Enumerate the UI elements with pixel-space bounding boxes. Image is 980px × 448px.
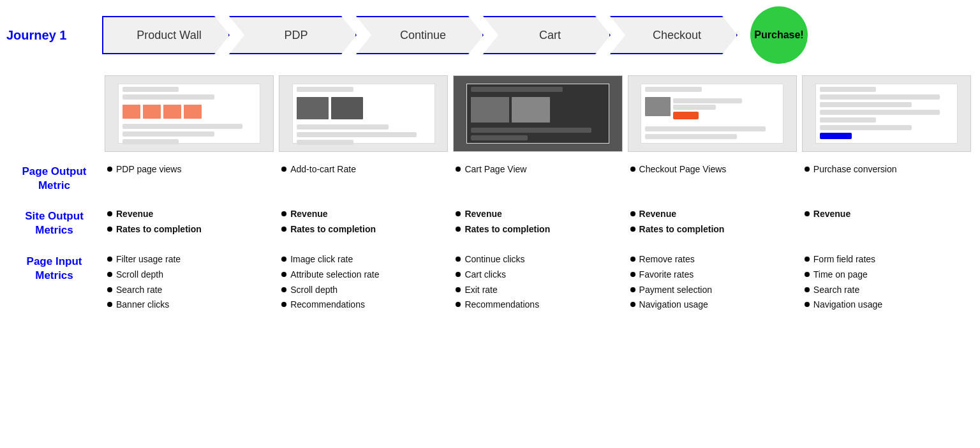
metric-revenue-3: Revenue — [630, 208, 794, 221]
page-output-section: Page Output Metric PDP page views Add-to… — [6, 163, 974, 193]
metric-purchase-conversion: Purchase conversion — [805, 163, 969, 176]
metric-navigation-usage-3: Navigation usage — [630, 299, 794, 311]
page-input-label: Page Input Metrics — [6, 253, 102, 283]
metric-filter-usage: Filter usage rate — [107, 253, 271, 266]
page-output-col-3: Checkout Page Views — [625, 163, 799, 179]
bullet-icon — [630, 272, 635, 277]
metric-revenue-2: Revenue — [456, 208, 620, 221]
site-output-section: Site Output Metrics Revenue Rates to com… — [6, 208, 974, 238]
bullet-icon — [456, 302, 461, 307]
bullet-icon — [456, 211, 461, 216]
bullet-icon — [107, 167, 112, 172]
funnel-step-checkout: Checkout — [610, 16, 738, 54]
site-output-col-1: Revenue Rates to completion — [276, 208, 450, 238]
bullet-icon — [805, 167, 810, 172]
metric-form-field-rates: Form field rates — [805, 253, 969, 266]
bullet-icon — [805, 272, 810, 277]
bullet-icon — [281, 167, 286, 172]
journey-label: Journey 1 — [6, 28, 102, 43]
metric-search-rate-0: Search rate — [107, 284, 271, 297]
screenshots-row — [6, 75, 974, 152]
metric-revenue-1: Revenue — [281, 208, 445, 221]
bullet-icon — [281, 272, 286, 277]
metric-rates-completion-3: Rates to completion — [630, 223, 794, 236]
metric-image-click: Image click rate — [281, 253, 445, 266]
page-input-section: Page Input Metrics Filter usage rate Scr… — [6, 253, 974, 313]
metric-pdp-page-views: PDP page views — [107, 163, 271, 176]
screenshot-continue — [453, 75, 622, 152]
metric-add-to-cart: Add-to-cart Rate — [281, 163, 445, 176]
bullet-icon — [107, 257, 112, 262]
bullet-icon — [281, 302, 286, 307]
bullet-icon — [805, 257, 810, 262]
metric-time-on-page: Time on page — [805, 269, 969, 281]
funnel-step-continue: Continue — [356, 16, 484, 54]
metric-navigation-usage-4: Navigation usage — [805, 299, 969, 311]
metric-payment-selection: Payment selection — [630, 284, 794, 297]
bullet-icon — [281, 257, 286, 262]
metric-checkout-page-views: Checkout Page Views — [630, 163, 794, 176]
bullet-icon — [630, 302, 635, 307]
bullet-icon — [630, 227, 635, 232]
bullet-icon — [107, 287, 112, 292]
metric-continue-clicks: Continue clicks — [456, 253, 620, 266]
bullet-icon — [456, 257, 461, 262]
metric-revenue-4: Revenue — [805, 208, 969, 221]
metric-search-rate-4: Search rate — [805, 284, 969, 297]
site-output-col-0: Revenue Rates to completion — [102, 208, 276, 238]
bullet-icon — [805, 302, 810, 307]
metric-cart-page-view: Cart Page View — [456, 163, 620, 176]
metric-scroll-depth-1: Scroll depth — [281, 284, 445, 297]
bullet-icon — [107, 272, 112, 277]
bullet-icon — [107, 211, 112, 216]
funnel-step-pdp: PDP — [229, 16, 357, 54]
journey-row: Journey 1 Product Wall PDP Continue Cart… — [6, 6, 974, 64]
bullet-icon — [630, 287, 635, 292]
bullet-icon — [805, 287, 810, 292]
page-output-col-2: Cart Page View — [450, 163, 625, 179]
bullet-icon — [630, 167, 635, 172]
metric-recommendations-1: Recommendations — [281, 299, 445, 311]
page-output-col-1: Add-to-cart Rate — [276, 163, 450, 179]
metric-scroll-depth-0: Scroll depth — [107, 269, 271, 281]
screenshot-pdp — [279, 75, 448, 152]
bullet-icon — [630, 257, 635, 262]
page-wrapper: Journey 1 Product Wall PDP Continue Cart… — [0, 0, 980, 336]
bullet-icon — [281, 287, 286, 292]
metric-revenue-0: Revenue — [107, 208, 271, 221]
site-output-col-2: Revenue Rates to completion — [450, 208, 625, 238]
page-input-col-0: Filter usage rate Scroll depth Search ra… — [102, 253, 276, 313]
metric-rates-completion-1: Rates to completion — [281, 223, 445, 236]
metric-rates-completion-2: Rates to completion — [456, 223, 620, 236]
metric-banner-clicks: Banner clicks — [107, 299, 271, 311]
screenshot-product-wall — [105, 75, 274, 152]
funnel-step-product-wall: Product Wall — [102, 16, 230, 54]
page-input-col-1: Image click rate Attribute selection rat… — [276, 253, 450, 313]
page-output-columns: PDP page views Add-to-cart Rate Cart Pag… — [102, 163, 974, 179]
site-output-columns: Revenue Rates to completion Revenue Rate… — [102, 208, 974, 238]
bullet-icon — [281, 211, 286, 216]
bullet-icon — [281, 227, 286, 232]
bullet-icon — [456, 287, 461, 292]
site-output-col-3: Revenue Rates to completion — [625, 208, 799, 238]
metric-remove-rates: Remove rates — [630, 253, 794, 266]
site-output-col-4: Revenue — [799, 208, 974, 238]
page-output-label: Page Output Metric — [6, 163, 102, 193]
screenshot-cart — [628, 75, 797, 152]
bullet-icon — [805, 211, 810, 216]
metric-recommendations-2: Recommendations — [456, 299, 620, 311]
metric-cart-clicks: Cart clicks — [456, 269, 620, 281]
bullet-icon — [456, 272, 461, 277]
purchase-button[interactable]: Purchase! — [750, 6, 808, 64]
page-input-columns: Filter usage rate Scroll depth Search ra… — [102, 253, 974, 313]
metric-attribute-selection: Attribute selection rate — [281, 269, 445, 281]
funnel-steps: Product Wall PDP Continue Cart Checkout … — [102, 6, 974, 64]
bullet-icon — [107, 227, 112, 232]
metric-exit-rate: Exit rate — [456, 284, 620, 297]
metric-rates-completion-0: Rates to completion — [107, 223, 271, 236]
page-output-col-4: Purchase conversion — [799, 163, 974, 179]
page-input-col-4: Form field rates Time on page Search rat… — [799, 253, 974, 313]
funnel-step-cart: Cart — [483, 16, 611, 54]
bullet-icon — [107, 302, 112, 307]
page-input-col-3: Remove rates Favorite rates Payment sele… — [625, 253, 799, 313]
